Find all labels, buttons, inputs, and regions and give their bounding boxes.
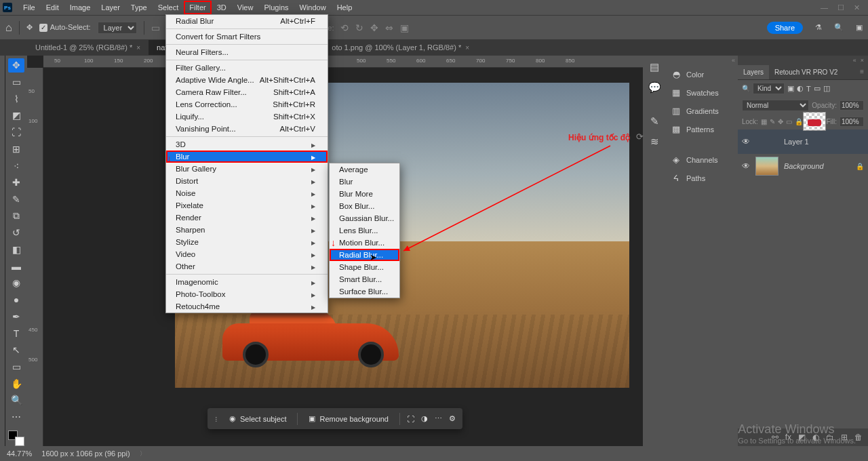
fill-input[interactable] [840,117,864,127]
3d-orbit-icon[interactable]: ⟲ [340,22,349,33]
filter-render[interactable]: Render [166,212,328,224]
history-panel-icon[interactable]: ▤ [650,61,659,73]
zoom-tool[interactable]: 🔍 [8,393,24,407]
3d-roll-icon[interactable]: ↻ [355,22,363,33]
zoom-level[interactable]: 44.77% [7,449,32,458]
menu-image[interactable]: Image [64,1,96,14]
color-swatches[interactable] [8,430,24,446]
search-icon[interactable]: 🔍 [834,23,844,32]
filter-recent[interactable]: Radial BlurAlt+Ctrl+F [166,15,328,27]
blur-surface[interactable]: Surface Blur... [330,285,399,298]
healing-tool[interactable]: ✚ [8,176,24,190]
rect-tool[interactable]: ▭ [8,360,24,374]
menu-edit[interactable]: Edit [41,1,64,14]
autoselect-checkbox[interactable]: ✓ [39,24,47,32]
channels-panel-button[interactable]: ◈Channels [666,151,738,169]
filter-convert-smart[interactable]: Convert for Smart Filters [166,31,328,43]
blur-box[interactable]: Box Blur... [330,200,399,212]
layer-row-1[interactable]: 👁 Layer 1 [738,129,868,154]
blur-motion[interactable]: Motion Blur... [330,237,399,249]
blur-blur[interactable]: Blur [330,176,399,188]
close-icon[interactable]: ✕ [854,3,860,12]
paths-panel-button[interactable]: ᔦPaths [666,169,738,187]
blur-smart[interactable]: Smart Blur... [330,273,399,285]
pen-tool[interactable]: ✒ [8,310,24,324]
swatches-panel-button[interactable]: ▦Swatches [666,83,738,102]
filter-adaptive[interactable]: Adaptive Wide Angle...Alt+Shift+Ctrl+A [166,74,328,86]
brush-tool[interactable]: ✎ [8,193,24,207]
tab-close-icon[interactable]: × [136,44,140,52]
path-tool[interactable]: ↖ [8,343,24,357]
autoselect-dropdown[interactable]: Layer [98,22,137,34]
filter-pixel-icon[interactable]: ▣ [787,84,794,93]
patterns-panel-button[interactable]: ▩Patterns [666,120,738,138]
filter-adjust-icon[interactable]: ◐ [797,84,804,93]
visibility-toggle[interactable]: 👁 [742,161,750,171]
filter-text-icon[interactable]: T [806,85,811,93]
menu-filter[interactable]: Filter [184,1,211,14]
layer-name[interactable]: Background [784,162,824,170]
move-tool-icon[interactable]: ✥ [26,23,33,32]
layer-filter-kind[interactable]: Kind [753,83,785,94]
stamp-tool[interactable]: ⧉ [8,209,24,223]
blur-gaussian[interactable]: Gaussian Blur... [330,212,399,224]
menu-select[interactable]: Select [153,1,184,14]
filter-imagenomic[interactable]: Imagenomic [166,276,328,288]
menu-plugins[interactable]: Plugins [258,1,294,14]
opacity-input[interactable] [840,100,864,111]
blend-mode-select[interactable]: Normal [742,100,809,111]
type-tool[interactable]: T [8,326,24,340]
filter-other[interactable]: Other [166,260,328,273]
blur-lens[interactable]: Lens Blur... [330,224,399,237]
filter-blur[interactable]: Blur [166,151,328,163]
minimize-icon[interactable]: — [821,3,828,12]
menu-window[interactable]: Window [294,1,332,14]
blur-shape[interactable]: Shape Blur... [330,261,399,273]
marquee-tool[interactable]: ▭ [8,75,24,89]
select-subject-button[interactable]: ◉Select subject [225,412,290,425]
tab-untitled[interactable]: Untitled-1 @ 25% (RGB/8#) *× [27,40,149,55]
brushes-panel-icon[interactable]: ✎ [650,115,659,127]
lock-all-icon[interactable]: 🔒 [795,118,803,125]
3d-pan-icon[interactable]: ✥ [370,22,378,33]
move-tool[interactable]: ✥ [8,58,24,73]
filter-video[interactable]: Video [166,248,328,260]
history-brush-tool[interactable]: ↺ [8,226,24,240]
filter-pixelate[interactable]: Pixelate [166,199,328,212]
transform-controls[interactable]: ▭ [151,22,160,33]
filter-liquify[interactable]: Liquify...Shift+Ctrl+X [166,111,328,123]
layer-row-bg[interactable]: 👁 Background 🔒 [738,154,868,178]
lock-pixel-icon[interactable]: ✎ [770,118,775,125]
panel-close-icon[interactable]: × [861,57,864,64]
lock-trans-icon[interactable]: ▦ [761,118,767,125]
panel-collapse-icon[interactable]: « [732,57,735,64]
filter-photo-toolbox[interactable]: Photo-Toolbox [166,288,328,300]
more-icon[interactable]: ⋯ [435,414,442,423]
filter-neural[interactable]: Neural Filters... [166,46,328,58]
menu-file[interactable]: File [18,1,41,14]
comments-panel-icon[interactable]: 💬 [648,81,661,94]
menu-help[interactable]: Help [332,1,358,14]
workspace-icon[interactable]: ▣ [856,23,863,32]
filter-smart-icon[interactable]: ◫ [823,84,830,93]
filter-shape-icon[interactable]: ▭ [814,84,821,93]
filter-stylize[interactable]: Stylize [166,236,328,248]
eyedropper-tool[interactable]: ⁖ [8,159,24,173]
menu-type[interactable]: Type [125,1,153,14]
filter-blur-gallery[interactable]: Blur Gallery [166,163,328,175]
filter-noise[interactable]: Noise [166,187,328,199]
edit-toolbar-icon[interactable]: ⋯ [8,410,24,424]
blur-more[interactable]: Blur More [330,188,399,200]
menu-3d[interactable]: 3D [212,1,232,14]
remove-bg-button[interactable]: ▣Remove background [304,412,393,425]
frame-tool[interactable]: ⊞ [8,142,24,157]
maximize-icon[interactable]: ☐ [837,3,844,12]
menu-view[interactable]: View [232,1,259,14]
home-icon[interactable]: ⌂ [5,22,12,34]
tab-oto[interactable]: oto 1.png @ 100% (Layer 1, RGB/8#) *× [323,40,477,55]
filter-retouch4me[interactable]: Retouch4me [166,300,328,313]
beaker-icon[interactable]: ⚗ [815,23,822,32]
settings-icon[interactable]: ⚙ [449,414,456,423]
hand-tool[interactable]: ✋ [8,376,24,390]
lock-pos-icon[interactable]: ✥ [778,118,783,125]
